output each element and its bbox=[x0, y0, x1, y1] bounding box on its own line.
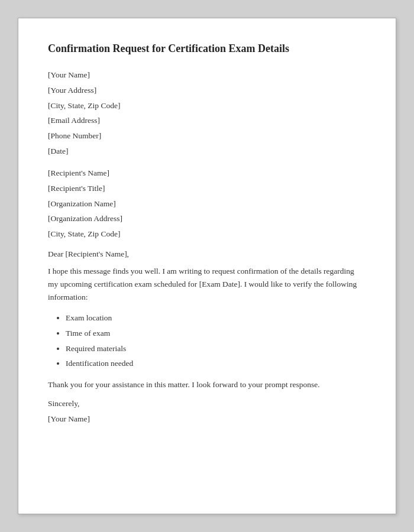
signature-name: [Your Name] bbox=[48, 414, 366, 424]
list-item: Exam location bbox=[66, 310, 366, 326]
sender-city-state-zip: [City, State, Zip Code] bbox=[48, 98, 366, 113]
recipient-organization: [Organization Name] bbox=[48, 196, 366, 212]
document-container: Confirmation Request for Certification E… bbox=[18, 18, 396, 514]
sender-address-block: [Your Name] [Your Address] [City, State,… bbox=[48, 67, 366, 158]
salutation: Dear [Recipient's Name], bbox=[48, 249, 366, 259]
recipient-org-address: [Organization Address] bbox=[48, 211, 366, 226]
sender-address: [Your Address] bbox=[48, 83, 366, 98]
recipient-city-state-zip: [City, State, Zip Code] bbox=[48, 226, 366, 242]
recipient-title: [Recipient's Title] bbox=[48, 181, 366, 196]
sender-email: [Email Address] bbox=[48, 113, 366, 128]
document-title: Confirmation Request for Certification E… bbox=[48, 42, 366, 56]
sender-phone: [Phone Number] bbox=[48, 128, 366, 144]
sender-name: [Your Name] bbox=[48, 67, 366, 83]
list-item: Time of exam bbox=[66, 326, 366, 341]
bullet-list: Exam location Time of exam Required mate… bbox=[66, 310, 366, 371]
list-item: Required materials bbox=[66, 341, 366, 356]
sincerely-text: Sincerely, bbox=[48, 399, 366, 408]
body-paragraph: I hope this message finds you well. I am… bbox=[48, 265, 366, 303]
sender-date: [Date] bbox=[48, 144, 366, 159]
list-item: Identification needed bbox=[66, 356, 366, 371]
recipient-name: [Recipient's Name] bbox=[48, 166, 366, 181]
recipient-block: [Recipient's Name] [Recipient's Title] [… bbox=[48, 166, 366, 241]
closing-paragraph: Thank you for your assistance in this ma… bbox=[48, 378, 366, 391]
